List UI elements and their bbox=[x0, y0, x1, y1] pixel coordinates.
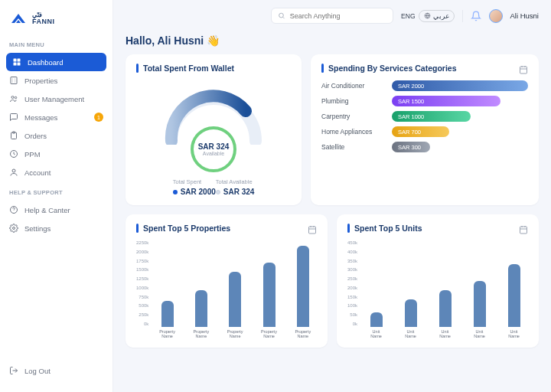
bar bbox=[508, 264, 520, 327]
y-tick: 300k bbox=[347, 267, 357, 272]
stat-spent-value: SAR 2000 bbox=[181, 188, 216, 196]
bar bbox=[297, 246, 309, 327]
chart-card: Spent Top 5 Units450k400k350k300k250k200… bbox=[337, 214, 539, 348]
accent-bar bbox=[321, 64, 324, 73]
bar-column: PropertyName bbox=[153, 301, 181, 338]
sidebar-item-label: Messages bbox=[24, 113, 57, 122]
service-row: SatelliteSAR 300 bbox=[321, 142, 528, 152]
sidebar-item-properties[interactable]: Properties bbox=[0, 71, 112, 90]
username: Ali Husni bbox=[510, 11, 540, 20]
y-tick: 200k bbox=[347, 286, 357, 290]
calendar-icon bbox=[308, 225, 317, 234]
bar bbox=[229, 272, 241, 327]
menu-section-main: MAIN MENU bbox=[0, 38, 112, 53]
bar bbox=[195, 290, 207, 327]
clock-icon bbox=[9, 149, 18, 158]
search-input[interactable] bbox=[290, 12, 386, 20]
sidebar-item-dashboard[interactable]: Dashboard bbox=[6, 53, 106, 71]
search-icon bbox=[278, 11, 285, 20]
dot-icon bbox=[216, 190, 220, 194]
gauge-label: Available bbox=[203, 151, 224, 156]
y-tick: 400k bbox=[347, 250, 357, 254]
svg-point-13 bbox=[279, 13, 284, 18]
bar-label: PropertyName bbox=[193, 329, 209, 338]
notifications-button[interactable] bbox=[471, 11, 481, 21]
sidebar-item-user-management[interactable]: User Management bbox=[0, 90, 112, 108]
bar bbox=[370, 312, 383, 327]
sidebar-item-messages[interactable]: Messages1 bbox=[0, 108, 112, 126]
service-bar: SAR 1500 bbox=[392, 96, 500, 106]
svg-rect-4 bbox=[11, 77, 17, 84]
logout-label: Log Out bbox=[24, 367, 51, 375]
svg-rect-15 bbox=[520, 67, 527, 74]
svg-rect-16 bbox=[309, 227, 316, 234]
gauge-value: SAR 324 bbox=[198, 142, 230, 151]
service-row: CarpentrySAR 1000 bbox=[321, 111, 528, 122]
logout-button[interactable]: Log Out bbox=[0, 361, 112, 383]
bar-column: PropertyName bbox=[289, 246, 317, 338]
y-tick: 100k bbox=[347, 303, 357, 308]
service-bar: SAR 700 bbox=[392, 126, 449, 137]
calendar-button[interactable] bbox=[308, 224, 317, 233]
bar bbox=[474, 281, 486, 327]
bar-label: UnitName bbox=[439, 329, 451, 338]
svg-point-12 bbox=[13, 227, 15, 230]
calendar-icon bbox=[519, 225, 528, 234]
bar bbox=[405, 299, 417, 327]
services-card: Spending By Services Categories Air Cond… bbox=[311, 54, 539, 205]
service-bar: SAR 2000 bbox=[392, 80, 528, 91]
service-label: Satellite bbox=[321, 143, 384, 151]
search-box[interactable] bbox=[271, 8, 393, 24]
accent-bar bbox=[347, 224, 350, 233]
calendar-button[interactable] bbox=[519, 64, 528, 73]
service-bar: SAR 1000 bbox=[392, 111, 471, 122]
y-tick: 50k bbox=[347, 312, 357, 317]
building-icon bbox=[9, 76, 18, 85]
sidebar-item-help-canter[interactable]: Help & Canter bbox=[0, 201, 112, 219]
sidebar-item-ppm[interactable]: PPM bbox=[0, 145, 112, 163]
bar-label: PropertyName bbox=[295, 329, 311, 338]
sidebar-item-orders[interactable]: Orders bbox=[0, 126, 112, 145]
bar bbox=[263, 263, 276, 327]
service-row: Air ConditionerSAR 2000 bbox=[321, 80, 528, 91]
service-label: Air Conditioner bbox=[321, 82, 384, 90]
bar-label: PropertyName bbox=[261, 329, 277, 338]
sidebar-item-settings[interactable]: Settings bbox=[0, 219, 112, 237]
sidebar: فنّي FANNI MAIN MENU DashboardProperties… bbox=[0, 0, 113, 392]
topbar: ENG عربي Ali Husni bbox=[113, 0, 551, 31]
bell-icon bbox=[471, 11, 481, 21]
dot-icon bbox=[173, 190, 178, 194]
sidebar-item-label: Properties bbox=[24, 77, 57, 85]
services-title: Spending By Services Categories bbox=[328, 64, 456, 73]
users-icon bbox=[9, 94, 18, 103]
sidebar-item-label: Help & Canter bbox=[24, 206, 70, 214]
sidebar-item-label: Dashboard bbox=[28, 58, 63, 67]
language-switch[interactable]: ENG عربي bbox=[401, 10, 454, 22]
avatar[interactable] bbox=[489, 9, 503, 23]
svg-point-10 bbox=[12, 169, 15, 172]
bar-column: UnitName bbox=[500, 264, 528, 338]
svg-point-6 bbox=[15, 96, 17, 99]
chart-title: Spent Top 5 Properties bbox=[143, 224, 230, 233]
y-tick: 450k bbox=[347, 240, 357, 245]
y-tick: 750k bbox=[136, 295, 148, 299]
wallet-card: Total Spent From Wallet SAR 324 Availabl… bbox=[126, 54, 302, 205]
service-bar: SAR 300 bbox=[392, 142, 430, 152]
svg-rect-2 bbox=[14, 63, 17, 66]
sidebar-item-account[interactable]: Account bbox=[0, 163, 112, 181]
sidebar-item-label: User Management bbox=[24, 95, 84, 103]
y-tick: 1000k bbox=[136, 286, 148, 290]
bar-column: UnitName bbox=[465, 281, 494, 338]
y-tick: 2000k bbox=[136, 250, 148, 254]
menu-section-help: HELP & SUPPORT bbox=[0, 186, 112, 201]
calendar-icon bbox=[519, 65, 528, 74]
chart-card: Spent Top 5 Properties2250k2000k1750k150… bbox=[126, 214, 328, 348]
user-icon bbox=[9, 168, 18, 177]
svg-rect-1 bbox=[18, 59, 21, 62]
bar-label: UnitName bbox=[405, 329, 416, 338]
wallet-gauge: SAR 324 Available bbox=[156, 83, 271, 145]
greeting: Hallo, Ali Husni 👋 bbox=[126, 31, 539, 54]
brand-logo[interactable]: فنّي FANNI bbox=[0, 9, 112, 38]
calendar-button[interactable] bbox=[519, 224, 528, 233]
bar-column: UnitName bbox=[431, 290, 459, 338]
